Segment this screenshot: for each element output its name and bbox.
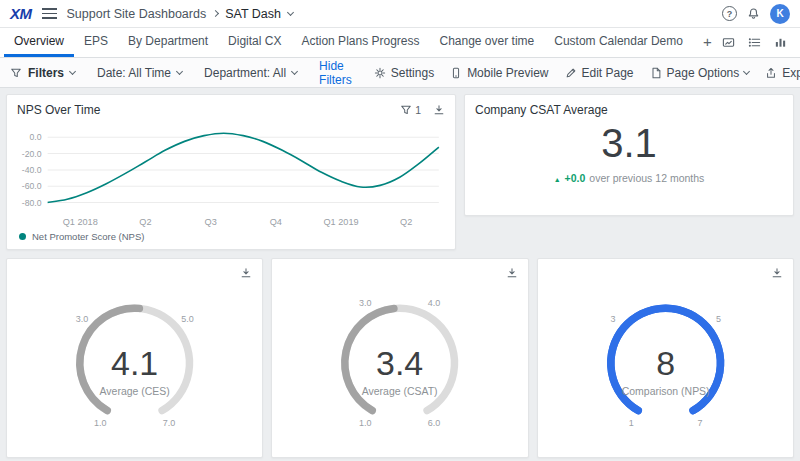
nps-line-chart: 0.0-20.0-40.0-60.0-80.0Q1 2018Q2Q3Q4Q1 2… xyxy=(13,119,449,231)
user-avatar[interactable]: K xyxy=(770,4,790,24)
x-tick-label: Q3 xyxy=(205,217,217,227)
chart-legend: Net Promoter Score (NPS) xyxy=(7,231,455,250)
chevron-down-icon xyxy=(743,67,750,74)
chevron-down-icon xyxy=(69,67,76,74)
csat-average-value: 3.1 xyxy=(465,121,793,166)
breadcrumb-dashboards[interactable]: Support Site Dashboards xyxy=(67,7,207,21)
gauge-label: Comparison (NPS) xyxy=(621,386,709,397)
slideshow-icon[interactable] xyxy=(722,36,735,49)
chevron-down-icon xyxy=(176,67,183,74)
y-tick-label: -20.0 xyxy=(22,149,42,159)
xm-logo[interactable]: XM xyxy=(10,5,32,22)
delta-up-triangle-icon: ▲ xyxy=(554,176,561,183)
filters-label: Filters xyxy=(28,66,64,80)
widget-filter-count: 1 xyxy=(415,104,421,116)
tab-custom-calendar-demo[interactable]: Custom Calendar Demo xyxy=(544,28,693,57)
funnel-icon xyxy=(10,67,22,79)
mobile-preview-label: Mobile Preview xyxy=(467,66,548,80)
gauge-chart: 3.04.01.06.03.4Average (CSAT) xyxy=(280,281,519,453)
ces-gauge: 3.05.01.07.04.1Average (CES) xyxy=(7,281,262,457)
widget-title: Company CSAT Average xyxy=(475,103,608,117)
help-icon[interactable]: ? xyxy=(722,6,737,21)
gauge-tick-label: 1.0 xyxy=(359,418,371,428)
help-glyph: ? xyxy=(727,9,733,19)
tab-change-over-time[interactable]: Change over time xyxy=(430,28,545,57)
tab-action-plans-progress[interactable]: Action Plans Progress xyxy=(291,28,429,57)
gear-icon xyxy=(374,67,386,79)
page-options-label: Page Options xyxy=(667,66,740,80)
nps-line-series xyxy=(48,133,439,202)
add-tab-button[interactable]: + xyxy=(693,28,722,57)
tab-bar: OverviewEPSBy DepartmentDigital CXAction… xyxy=(0,28,800,58)
x-tick-label: Q4 xyxy=(270,217,282,227)
gauge-tick-label: 7.0 xyxy=(163,418,175,428)
y-tick-label: 0.0 xyxy=(30,132,42,142)
company-csat-average-widget: Company CSAT Average 3.1 ▲ +0.0 over pre… xyxy=(464,94,794,216)
breadcrumb-current-dashboard[interactable]: SAT Dash xyxy=(225,7,281,21)
gauge-tick-label: 1 xyxy=(628,418,633,428)
export-button[interactable]: Export xyxy=(765,66,800,80)
x-tick-label: Q2 xyxy=(400,217,412,227)
pencil-icon xyxy=(565,67,577,79)
csat-gauge: 3.04.01.06.03.4Average (CSAT) xyxy=(272,281,527,457)
breadcrumb: Support Site Dashboards SAT Dash xyxy=(67,7,293,21)
settings-label: Settings xyxy=(391,66,434,80)
hide-filters-link[interactable]: Hide Filters xyxy=(319,59,352,87)
chevron-down-icon[interactable] xyxy=(287,8,294,15)
gauge-tick-label: 3.0 xyxy=(359,298,371,308)
page-toolbar: Settings Mobile Preview Edit Page Page O… xyxy=(374,66,800,80)
gauge-tick-label: 3 xyxy=(610,314,615,324)
filters-button[interactable]: Filters xyxy=(10,66,75,80)
download-icon[interactable] xyxy=(433,104,445,116)
mobile-preview-button[interactable]: Mobile Preview xyxy=(450,66,548,80)
gauge-tick-label: 4.0 xyxy=(428,298,440,308)
chevron-down-icon xyxy=(291,67,298,74)
gauge-tick-label: 6.0 xyxy=(428,418,440,428)
delta-period: over previous 12 months xyxy=(589,172,704,184)
bar-chart-icon[interactable] xyxy=(774,36,787,49)
page-options-button[interactable]: Page Options xyxy=(650,66,750,80)
tab-eps[interactable]: EPS xyxy=(74,28,118,57)
list-view-icon[interactable] xyxy=(748,36,761,49)
download-icon[interactable] xyxy=(771,267,783,279)
department-filter[interactable]: Department: All xyxy=(204,66,297,80)
department-filter-label: Department: All xyxy=(204,66,286,80)
dashboard-content: NPS Over Time 1 0.0-20.0-40.0-60.0-80.0Q… xyxy=(0,88,800,461)
tab-by-department[interactable]: By Department xyxy=(118,28,218,57)
csat-delta-row: ▲ +0.0 over previous 12 months xyxy=(465,172,793,184)
comparison-nps-widget: 35178Comparison (NPS) xyxy=(537,258,794,458)
chevron-right-icon xyxy=(212,10,219,17)
edit-page-button[interactable]: Edit Page xyxy=(565,66,634,80)
date-filter[interactable]: Date: All Time xyxy=(97,66,182,80)
x-tick-label: Q1 2019 xyxy=(323,217,358,227)
widget-filter-button[interactable]: 1 xyxy=(400,104,421,116)
page-icon xyxy=(650,67,662,79)
x-tick-label: Q2 xyxy=(139,217,151,227)
settings-button[interactable]: Settings xyxy=(374,66,434,80)
tab-digital-cx[interactable]: Digital CX xyxy=(218,28,291,57)
gauge-tick-label: 3.0 xyxy=(76,314,88,324)
edit-page-label: Edit Page xyxy=(582,66,634,80)
gauge-value: 4.1 xyxy=(111,344,158,382)
y-tick-label: -80.0 xyxy=(22,198,42,208)
gauge-tick-label: 5 xyxy=(716,314,721,324)
gauge-label: Average (CSAT) xyxy=(362,386,438,397)
tab-overview[interactable]: Overview xyxy=(4,28,74,57)
export-label: Export xyxy=(782,66,800,80)
download-icon[interactable] xyxy=(506,267,518,279)
date-filter-label: Date: All Time xyxy=(97,66,171,80)
legend-label: Net Promoter Score (NPS) xyxy=(32,231,144,242)
notifications-bell-icon[interactable] xyxy=(747,7,760,20)
gauge-value: 8 xyxy=(656,344,675,382)
average-ces-widget: 3.05.01.07.04.1Average (CES) xyxy=(6,258,263,458)
legend-dot xyxy=(19,233,26,240)
download-icon[interactable] xyxy=(240,267,252,279)
nps-gauge: 35178Comparison (NPS) xyxy=(538,281,793,457)
gauge-tick-label: 5.0 xyxy=(181,314,193,324)
filter-bar: Filters Date: All Time Department: All H… xyxy=(0,58,800,88)
average-csat-widget: 3.04.01.06.03.4Average (CSAT) xyxy=(271,258,528,458)
hamburger-menu-icon[interactable] xyxy=(42,8,57,19)
widget-title: NPS Over Time xyxy=(17,103,100,117)
nps-over-time-widget: NPS Over Time 1 0.0-20.0-40.0-60.0-80.0Q… xyxy=(6,94,456,250)
x-tick-label: Q1 2018 xyxy=(63,217,98,227)
